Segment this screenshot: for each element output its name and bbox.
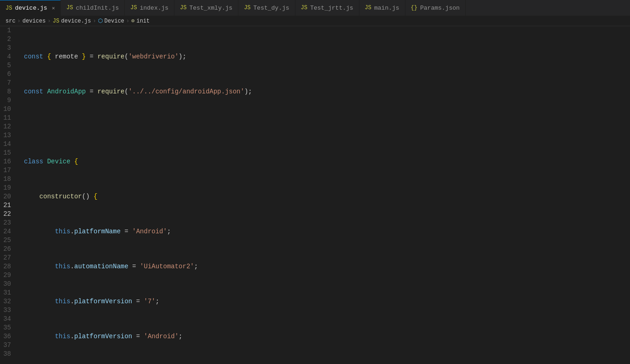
line-numbers: 1 2 3 4 5 6 7 8 9 10 11 12 13 14 15 16 1… xyxy=(0,26,19,364)
ln-17: 17 xyxy=(0,166,15,175)
tab-label: main.js xyxy=(374,5,399,12)
ln-27: 27 xyxy=(0,254,15,262)
js-icon: JS xyxy=(244,5,250,11)
ln-19: 19 xyxy=(0,184,15,192)
tab-device-js[interactable]: JS device.js ✕ xyxy=(0,0,61,16)
tab-label: index.js xyxy=(140,5,168,12)
breadcrumb-class-icon: ⬡ xyxy=(98,17,103,24)
code-line-3 xyxy=(24,122,630,131)
ln-23: 23 xyxy=(0,219,15,227)
js-icon: JS xyxy=(365,5,371,11)
code-line-6: this.platformName = 'Android'; xyxy=(24,227,630,236)
tab-params-json[interactable]: {} Params.json xyxy=(405,0,466,16)
tab-label: device.js xyxy=(15,5,47,12)
tab-label: Params.json xyxy=(420,5,460,12)
tab-label: childInit.js xyxy=(76,5,119,12)
tab-index-js[interactable]: JS index.js xyxy=(125,0,174,16)
breadcrumb-devices[interactable]: devices xyxy=(23,18,46,24)
ln-21: 21 xyxy=(0,201,15,210)
breadcrumb-fn-icon: ⊙ xyxy=(131,17,134,24)
tab-test-dy-js[interactable]: JS Test_dy.js xyxy=(238,0,295,16)
tab-childInit-js[interactable]: JS childInit.js xyxy=(61,0,125,16)
ln-20: 20 xyxy=(0,192,15,201)
tab-main-js[interactable]: JS main.js xyxy=(359,0,405,16)
code-line-5: constructor() { xyxy=(24,192,630,201)
ln-12: 12 xyxy=(0,122,15,131)
tab-bar: JS device.js ✕ JS childInit.js JS index.… xyxy=(0,0,630,16)
ln-2: 2 xyxy=(0,35,15,44)
ln-14: 14 xyxy=(0,140,15,149)
breadcrumb-src[interactable]: src xyxy=(6,18,16,24)
js-icon: JS xyxy=(66,5,73,11)
editor-container: JS device.js ✕ JS childInit.js JS index.… xyxy=(0,0,630,364)
ln-24: 24 xyxy=(0,227,15,236)
ln-35: 35 xyxy=(0,324,15,332)
tab-test-xmly-js[interactable]: JS Test_xmly.js xyxy=(174,0,238,16)
tab-label: Test_jrtt.js xyxy=(310,5,353,12)
tab-label: Test_xmly.js xyxy=(190,5,233,12)
ln-28: 28 xyxy=(0,262,15,271)
js-icon: JS xyxy=(130,5,137,11)
ln-3: 3 xyxy=(0,44,15,52)
breadcrumb-device-js[interactable]: device.js xyxy=(61,18,91,24)
tab-label: Test_dy.js xyxy=(254,5,289,12)
ln-33: 33 xyxy=(0,306,15,315)
breadcrumb: src › devices › JS device.js › ⬡ Device … xyxy=(0,16,630,26)
breadcrumb-js-icon: JS xyxy=(52,18,59,24)
breadcrumb-device-class[interactable]: Device xyxy=(104,18,124,24)
ln-10: 10 xyxy=(0,105,15,114)
ln-18: 18 xyxy=(0,175,15,184)
ln-29: 29 xyxy=(0,271,15,280)
breadcrumb-init-fn[interactable]: init xyxy=(137,18,150,24)
tab-close-button[interactable]: ✕ xyxy=(52,5,55,11)
code-line-2: const AndroidApp = require('../../config… xyxy=(24,87,630,96)
code-line-9: this.platformVersion = 'Android'; xyxy=(24,332,630,341)
code-content[interactable]: const { remote } = require('webdriverio'… xyxy=(19,26,630,364)
ln-26: 26 xyxy=(0,245,15,254)
code-editor[interactable]: 1 2 3 4 5 6 7 8 9 10 11 12 13 14 15 16 1… xyxy=(0,26,630,364)
ln-4: 4 xyxy=(0,52,15,61)
ln-25: 25 xyxy=(0,236,15,245)
code-line-7: this.automationName = 'UiAutomator2'; xyxy=(24,262,630,271)
code-line-8: this.platformVersion = '7'; xyxy=(24,297,630,306)
ln-30: 30 xyxy=(0,280,15,289)
ln-7: 7 xyxy=(0,79,15,87)
code-line-1: const { remote } = require('webdriverio'… xyxy=(24,52,630,61)
js-icon: JS xyxy=(6,5,12,12)
ln-36: 36 xyxy=(0,332,15,341)
ln-32: 32 xyxy=(0,297,15,306)
ln-6: 6 xyxy=(0,70,15,79)
ln-22: 22 xyxy=(0,210,15,219)
ln-15: 15 xyxy=(0,149,15,157)
tab-test-jrtt-js[interactable]: JS Test_jrtt.js xyxy=(295,0,359,16)
ln-34: 34 xyxy=(0,315,15,324)
js-icon: JS xyxy=(180,5,186,11)
ln-16: 16 xyxy=(0,157,15,166)
ln-13: 13 xyxy=(0,131,15,140)
ln-37: 37 xyxy=(0,341,15,350)
ln-9: 9 xyxy=(0,96,15,105)
ln-11: 11 xyxy=(0,114,15,122)
ln-38: 38 xyxy=(0,350,15,358)
js-icon: JS xyxy=(301,5,307,11)
json-icon: {} xyxy=(411,5,417,11)
ln-8: 8 xyxy=(0,87,15,96)
ln-31: 31 xyxy=(0,289,15,297)
ln-5: 5 xyxy=(0,61,15,70)
code-line-4: class Device { xyxy=(24,157,630,166)
ln-1: 1 xyxy=(0,26,15,35)
